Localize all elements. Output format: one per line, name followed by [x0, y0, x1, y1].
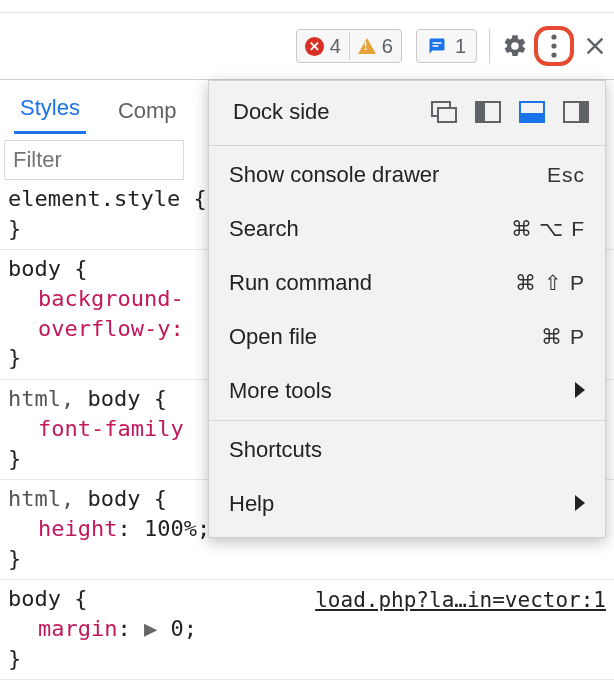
menu-label: Run command	[229, 270, 372, 296]
vertical-dots-icon	[551, 34, 557, 58]
dock-bottom-icon[interactable]	[519, 101, 545, 123]
messages-pill[interactable]: 1	[416, 29, 477, 63]
menu-label: Open file	[229, 324, 317, 350]
svg-rect-8	[476, 102, 485, 122]
svg-point-4	[551, 52, 556, 57]
menu-label: Help	[229, 491, 274, 517]
css-property: margin	[38, 616, 117, 641]
tab-computed[interactable]: Comp	[112, 88, 183, 134]
dock-undock-icon[interactable]	[431, 101, 457, 123]
more-options-button[interactable]	[534, 26, 574, 66]
css-value: 0;	[170, 616, 197, 641]
menu-shortcut: ⌘ ⌥ F	[511, 217, 586, 241]
css-property: font-family	[38, 416, 184, 441]
dock-left-icon[interactable]	[475, 101, 501, 123]
selector-text: body {	[74, 486, 167, 511]
menu-show-console-drawer[interactable]: Show console drawer Esc	[209, 148, 605, 202]
css-property: overflow-y:	[38, 316, 184, 341]
svg-point-3	[551, 43, 556, 48]
menu-label: Search	[229, 216, 299, 242]
menu-label: Show console drawer	[229, 162, 439, 188]
svg-marker-13	[575, 382, 585, 398]
css-property: height	[38, 516, 117, 541]
warning-icon: !	[358, 38, 376, 54]
more-options-menu: Dock side Show console drawer Esc Search…	[208, 80, 606, 538]
filter-input[interactable]	[4, 140, 184, 180]
svg-marker-14	[575, 495, 585, 511]
messages-count: 1	[455, 35, 466, 58]
menu-label: Dock side	[233, 99, 330, 125]
close-icon[interactable]	[584, 35, 606, 57]
menu-help[interactable]: Help	[209, 477, 605, 531]
selector-text: body {	[74, 386, 167, 411]
css-value: : 100%;	[117, 516, 210, 541]
svg-rect-10	[520, 113, 544, 122]
menu-label: Shortcuts	[229, 437, 322, 463]
menu-shortcuts[interactable]: Shortcuts	[209, 423, 605, 477]
svg-point-2	[551, 34, 556, 39]
menu-shortcut: ⌘ P	[541, 325, 585, 349]
issues-pill[interactable]: ✕ 4 ! 6	[296, 29, 402, 63]
selector-text: html,	[8, 386, 74, 411]
css-property: background-	[38, 286, 184, 311]
error-icon: ✕	[305, 37, 324, 56]
warning-count: 6	[382, 35, 393, 58]
gear-icon[interactable]	[502, 33, 528, 59]
chevron-right-icon	[573, 491, 585, 517]
menu-more-tools[interactable]: More tools	[209, 364, 605, 418]
selector-text: html,	[8, 486, 74, 511]
dock-right-icon[interactable]	[563, 101, 589, 123]
svg-rect-6	[438, 108, 456, 122]
error-count: 4	[330, 35, 341, 58]
menu-shortcut: Esc	[547, 163, 585, 187]
chevron-right-icon	[573, 378, 585, 404]
menu-open-file[interactable]: Open file ⌘ P	[209, 310, 605, 364]
menu-dock-side: Dock side	[209, 81, 605, 143]
brace-close: }	[8, 644, 606, 674]
menu-label: More tools	[229, 378, 332, 404]
svg-rect-1	[432, 45, 438, 47]
source-link[interactable]: load.php?la…in=vector:1	[315, 586, 606, 614]
devtools-toolbar: ✕ 4 ! 6 1	[0, 12, 614, 80]
expand-toggle-icon[interactable]: ▶	[144, 616, 171, 641]
menu-run-command[interactable]: Run command ⌘ ⇧ P	[209, 256, 605, 310]
tab-styles[interactable]: Styles	[14, 85, 86, 134]
menu-shortcut: ⌘ ⇧ P	[515, 271, 585, 295]
chat-icon	[427, 37, 447, 55]
selector-text: element.style {	[8, 186, 207, 211]
svg-rect-12	[579, 102, 588, 122]
menu-search[interactable]: Search ⌘ ⌥ F	[209, 202, 605, 256]
brace-close: }	[8, 544, 606, 574]
rule-body-2[interactable]: load.php?la…in=vector:1 body { margin: ▶…	[0, 580, 614, 680]
svg-rect-0	[432, 42, 441, 44]
